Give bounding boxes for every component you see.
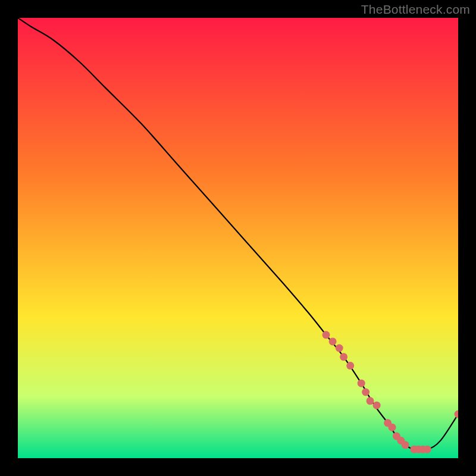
data-point xyxy=(346,362,354,369)
watermark-text: TheBottleneck.com xyxy=(361,2,470,17)
data-point xyxy=(322,331,330,339)
data-point xyxy=(389,424,396,431)
data-point xyxy=(367,397,374,405)
data-point xyxy=(358,380,365,387)
plot-area xyxy=(18,18,458,458)
chart-frame: TheBottleneck.com xyxy=(0,0,476,476)
data-point xyxy=(402,441,409,449)
data-point xyxy=(336,345,343,352)
data-point xyxy=(373,402,381,409)
data-point xyxy=(424,446,431,453)
data-point xyxy=(362,389,369,396)
gradient-background xyxy=(18,18,458,458)
data-point xyxy=(329,337,337,345)
chart-svg xyxy=(18,18,458,458)
data-point xyxy=(340,353,347,361)
